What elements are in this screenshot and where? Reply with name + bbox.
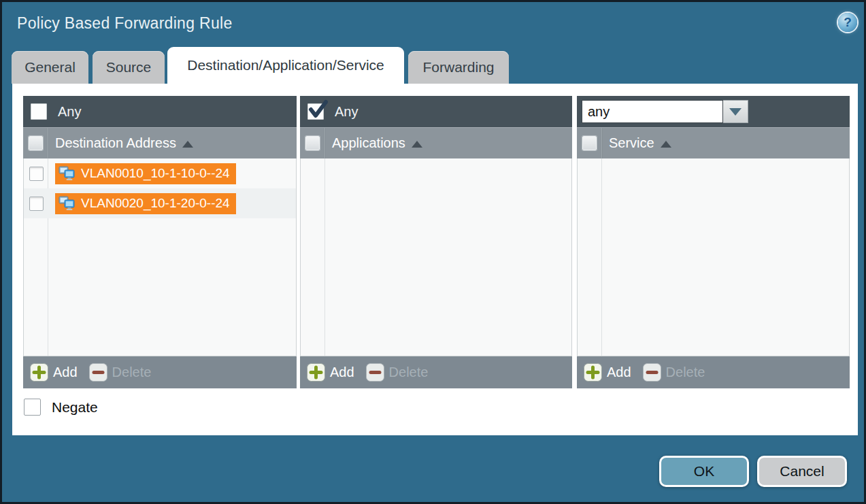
destination-any-bar: Any [23, 96, 297, 127]
delete-icon[interactable] [366, 363, 384, 382]
tab-source-label: Source [106, 59, 152, 75]
negate-checkbox[interactable] [24, 399, 41, 416]
service-dropdown-button[interactable] [723, 100, 748, 123]
applications-footer-toolbar: Add Delete [300, 356, 572, 388]
destination-any-checkbox[interactable] [31, 103, 47, 120]
delete-button-label[interactable]: Delete [666, 365, 705, 380]
service-header[interactable]: Service [577, 127, 850, 158]
destination-address-header-label: Destination Address [55, 135, 176, 151]
tab-forwarding-label: Forwarding [422, 59, 494, 75]
negate-row: Negate [24, 399, 98, 416]
applications-any-bar: Any [300, 96, 572, 127]
service-header-checkbox-cell [577, 128, 602, 158]
checkmark-icon [307, 99, 328, 120]
service-dropdown-input[interactable] [582, 100, 723, 123]
destination-address-list: VLAN0010_10-1-10-0--24 [23, 158, 297, 356]
sort-ascending-icon [412, 141, 422, 148]
destination-footer-toolbar: Add Delete [23, 356, 297, 388]
sort-ascending-icon [661, 141, 671, 148]
destination-address-column: Any Destination Address [23, 96, 297, 388]
tab-forwarding[interactable]: Forwarding [408, 51, 509, 84]
add-icon[interactable] [307, 363, 325, 382]
add-icon[interactable] [584, 363, 602, 382]
delete-button-label[interactable]: Delete [389, 365, 429, 380]
applications-header[interactable]: Applications [300, 127, 572, 158]
applications-header-label: Applications [332, 135, 405, 151]
table-row: VLAN0020_10-1-20-0--24 [24, 188, 296, 218]
service-dropdown [582, 100, 748, 123]
destination-header-checkbox-cell [23, 128, 48, 158]
tab-destination-application-service[interactable]: Destination/Application/Service [167, 47, 404, 84]
pbf-rule-dialog: Policy Based Forwarding Rule ? General S… [0, 0, 866, 504]
destination-row-1-item[interactable]: VLAN0010_10-1-10-0--24 [55, 163, 236, 184]
destination-row-1-label: VLAN0010_10-1-10-0--24 [81, 166, 230, 181]
cancel-button-label: Cancel [780, 463, 824, 480]
destination-address-header[interactable]: Destination Address [23, 127, 297, 158]
destination-select-all-checkbox[interactable] [29, 136, 43, 150]
applications-select-all-checkbox[interactable] [305, 136, 320, 150]
ok-button-label: OK [694, 463, 714, 480]
add-button-label[interactable]: Add [53, 365, 78, 380]
network-address-icon [59, 166, 76, 181]
tab-general[interactable]: General [12, 51, 88, 84]
add-button-label[interactable]: Add [330, 365, 354, 380]
delete-icon[interactable] [89, 363, 107, 382]
service-footer-toolbar: Add Delete [577, 356, 850, 388]
table-row: VLAN0010_10-1-10-0--24 [24, 158, 296, 188]
help-icon-glyph: ? [844, 15, 852, 30]
tab-general-label: General [24, 59, 76, 75]
applications-list [300, 158, 572, 356]
chevron-down-icon [729, 108, 742, 116]
cancel-button[interactable]: Cancel [757, 456, 847, 487]
network-address-icon [59, 196, 76, 211]
service-dropdown-bar [577, 96, 850, 127]
dialog-title: Policy Based Forwarding Rule [17, 14, 233, 33]
destination-row-2-checkbox[interactable] [29, 197, 44, 211]
service-header-label: Service [609, 135, 654, 151]
list-checkbox-divider [601, 158, 602, 356]
applications-any-checkbox[interactable] [307, 103, 324, 120]
tab-content-panel: Any Destination Address [12, 84, 858, 435]
ok-button[interactable]: OK [659, 456, 749, 487]
add-icon[interactable] [30, 363, 48, 382]
service-select-all-checkbox[interactable] [582, 136, 597, 150]
delete-button-label[interactable]: Delete [112, 365, 152, 380]
service-list [577, 158, 850, 356]
delete-icon[interactable] [643, 363, 661, 382]
service-column: Service Add Delete [577, 96, 850, 388]
tab-destination-application-service-label: Destination/Application/Service [187, 57, 384, 73]
applications-any-label: Any [335, 104, 358, 120]
help-icon[interactable]: ? [838, 13, 857, 32]
add-button-label[interactable]: Add [607, 365, 631, 380]
destination-row-2-item[interactable]: VLAN0020_10-1-20-0--24 [55, 193, 236, 214]
destination-any-label: Any [58, 104, 81, 120]
destination-row-2-label: VLAN0020_10-1-20-0--24 [81, 196, 230, 211]
list-checkbox-divider [324, 158, 325, 356]
applications-header-checkbox-cell [300, 128, 325, 158]
destination-row-1-checkbox[interactable] [29, 167, 44, 181]
applications-column: Any Applications Add [300, 96, 572, 388]
tab-source[interactable]: Source [93, 51, 165, 84]
sort-ascending-icon [182, 141, 193, 148]
negate-label: Negate [52, 399, 98, 416]
